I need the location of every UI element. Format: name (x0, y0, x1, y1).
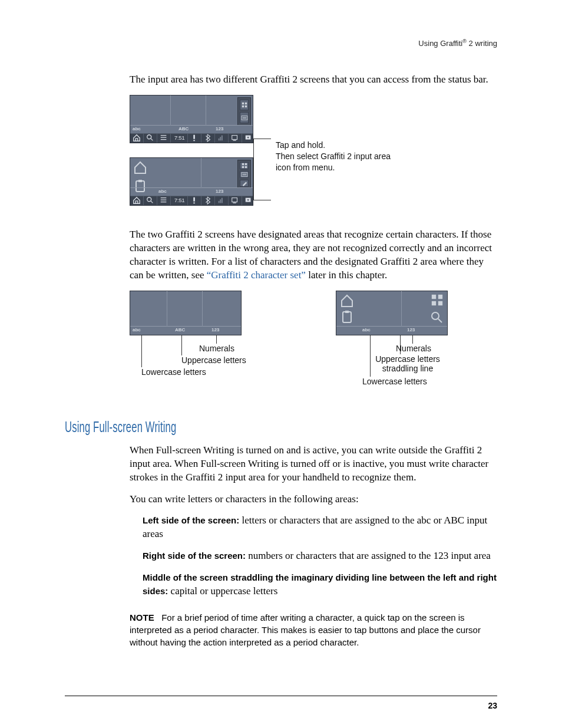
keyboard-icon[interactable] (240, 171, 249, 178)
main-column-2: When Full-screen Writing is turned on an… (130, 444, 497, 648)
graffiti-screen-mode-1: abc ABC 123 7:51 (130, 95, 253, 143)
menu-icon[interactable] (157, 196, 171, 205)
input-label-123: 123 (216, 125, 223, 133)
running-header-suffix: 2 writing (467, 39, 497, 48)
screen-icon[interactable] (229, 196, 242, 205)
leader-line (141, 335, 142, 367)
registered-mark: ® (462, 38, 467, 44)
home-icon[interactable] (130, 196, 144, 205)
screen-icon[interactable] (229, 134, 242, 143)
graffiti-areas-mode-1: abc ABC 123 (130, 291, 242, 335)
areas-intro: You can write letters or characters in t… (130, 493, 497, 506)
status-bar: 7:51 (130, 196, 253, 205)
section-heading-full-screen-writing: Using Full-screen Writing (65, 418, 503, 436)
signal-icon (215, 196, 229, 205)
label-uppercase-straddling: Uppercase letters straddling line (369, 354, 446, 374)
side-tool-panel (237, 97, 251, 126)
figure-input-screens: abc ABC 123 7:51 (130, 95, 495, 213)
clipboard-icon[interactable] (340, 310, 354, 324)
input-label-abc: abc (133, 125, 141, 133)
home-outline-icon[interactable] (340, 294, 354, 308)
label-numerals: Numerals (396, 344, 431, 353)
input-label-abc: abc (133, 326, 141, 334)
bluetooth-icon[interactable] (201, 196, 215, 205)
main-column: The input area has two different Graffit… (130, 73, 497, 397)
area-item-right: Right side of the screen: numbers or cha… (143, 549, 497, 563)
graffiti-areas-mode-2: abc 123 (336, 291, 448, 335)
leader-line (216, 335, 217, 344)
status-bar: 7:51 (130, 133, 253, 143)
leader-line (400, 335, 401, 354)
running-header: Using Graffiti® 2 writing (418, 39, 497, 48)
label-lowercase: Lowercase letters (141, 367, 206, 377)
search-icon[interactable] (144, 196, 157, 205)
leader-line (181, 335, 182, 355)
find-outline-icon[interactable] (429, 310, 444, 324)
alert-icon[interactable] (188, 134, 201, 143)
note-block: NOTE For a brief period of time after wr… (130, 611, 497, 648)
input-area-labels: abc ABC 123 (130, 326, 241, 335)
side-tool-panel (237, 160, 251, 188)
callout-leader-line (253, 139, 271, 140)
menu-icon[interactable] (157, 134, 171, 143)
area-item-left: Left side of the screen: letters or char… (143, 514, 497, 541)
input-label-abc: abc (362, 326, 371, 334)
item-lead: Right side of the screen: (143, 551, 246, 561)
callout-leader-line (253, 200, 271, 201)
input-label-123: 123 (211, 326, 219, 334)
figure-callout-text: Tap and hold. Then select Graffiti 2 inp… (276, 140, 394, 173)
designated-areas-paragraph: The two Graffiti 2 screens have designat… (130, 228, 497, 282)
full-screen-para-1: When Full-screen Writing is turned on an… (130, 444, 497, 485)
item-body: numbers or characters that are assigned … (246, 550, 491, 561)
running-header-prefix: Using Graffiti (418, 39, 462, 48)
input-label-abc: abc (158, 187, 167, 196)
note-body: For a brief period of time after writing… (130, 612, 481, 647)
signal-icon (215, 134, 229, 143)
label-numerals: Numerals (199, 344, 234, 353)
label-lowercase: Lowercase letters (362, 377, 427, 386)
leader-line (370, 335, 371, 377)
input-label-123: 123 (407, 326, 415, 334)
keyboard-icon[interactable] (240, 112, 249, 123)
note-lead: NOTE (130, 612, 154, 622)
apps-grid-icon[interactable] (240, 162, 249, 169)
graffiti-screen-mode-2: abc 123 7:51 (130, 157, 253, 206)
footer-rule (65, 696, 497, 696)
stylus-icon[interactable] (240, 180, 249, 187)
item-body: capital or uppercase letters (168, 585, 277, 597)
page: Using Graffiti® 2 writing The input area… (0, 0, 562, 728)
home-outline-icon[interactable] (133, 160, 147, 174)
item-lead: Left side of the screen: (143, 515, 239, 525)
apps-grid-icon[interactable] (431, 294, 444, 307)
leader-line (412, 335, 413, 344)
bluetooth-icon[interactable] (201, 134, 215, 143)
input-label-123: 123 (216, 187, 223, 196)
page-number: 23 (488, 701, 497, 710)
input-area-labels: abc 123 (336, 326, 447, 335)
input-label-ABC: ABC (178, 125, 189, 133)
search-icon[interactable] (144, 134, 157, 143)
status-time: 7:51 (171, 196, 188, 205)
input-area-labels: abc ABC 123 (130, 125, 253, 134)
apps-grid-icon[interactable] (240, 100, 249, 111)
alert-icon[interactable] (188, 196, 201, 205)
para2-text-post: later in this chapter. (306, 269, 387, 281)
home-icon[interactable] (130, 134, 144, 143)
status-time: 7:51 (171, 134, 188, 143)
input-area-labels: abc 123 (130, 187, 253, 196)
input-label-ABC: ABC (175, 326, 185, 334)
xref-graffiti-2-character-set[interactable]: “Graffiti 2 character set” (207, 269, 306, 281)
figure-area-designations: abc ABC 123 Numerals Uppercase letters L… (130, 291, 501, 397)
intro-paragraph: The input area has two different Graffit… (130, 73, 497, 87)
area-item-middle: Middle of the screen straddling the imag… (143, 571, 497, 598)
label-uppercase: Uppercase letters (181, 355, 246, 365)
